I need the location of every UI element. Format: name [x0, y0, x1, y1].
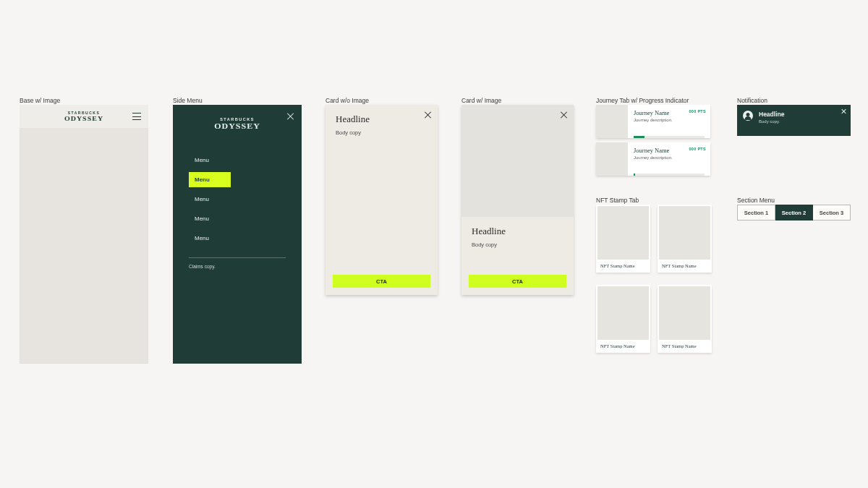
nft-stamp-image	[597, 286, 649, 340]
nft-stamp-card[interactable]: NFT Stamp Name	[658, 285, 712, 353]
close-icon	[286, 112, 294, 121]
journey-thumbnail	[596, 105, 628, 138]
topbar: STARBUCKS ODYSSEY	[20, 105, 148, 128]
menu-item-active[interactable]: Menu	[189, 172, 231, 187]
nft-stamp-image	[597, 206, 649, 260]
journey-points: 000 PTS	[689, 147, 706, 151]
label-card-noimg: Card w/o Image	[326, 97, 369, 104]
card-body: Headline Body copy	[461, 217, 574, 275]
label-sidemenu: Side Menu	[173, 97, 203, 104]
menu-divider	[189, 257, 286, 258]
nft-stamp-name: NFT Stamp Name	[596, 260, 650, 273]
journey-desc: Journey description.	[634, 155, 705, 160]
progress-fill	[634, 174, 635, 176]
brand-logo: STARBUCKS ODYSSEY	[173, 118, 302, 131]
journey-desc: Journey description.	[634, 118, 705, 122]
brand-logo: STARBUCKS ODYSSEY	[64, 111, 103, 122]
journey-body: Journey Name Journey description. 000 PT…	[628, 142, 710, 176]
section-tab-2[interactable]: Section 2	[775, 205, 813, 221]
notification-toast: Headline Body copy.	[737, 105, 851, 136]
progress-track	[634, 136, 705, 138]
notification-headline: Headline	[759, 111, 784, 118]
menu-item[interactable]: Menu	[189, 211, 286, 226]
nft-stamp-card[interactable]: NFT Stamp Name	[658, 205, 712, 273]
close-icon	[841, 108, 846, 114]
label-nft: NFT Stamp Tab	[596, 197, 639, 204]
journey-thumbnail	[596, 142, 628, 176]
journey-points: 000 PTS	[689, 109, 706, 114]
card-with-image: Headline Body copy CTA	[461, 105, 574, 295]
menu-item[interactable]: Menu	[189, 231, 286, 246]
cta-button[interactable]: CTA	[469, 275, 566, 288]
label-section-menu: Section Menu	[737, 197, 775, 204]
cta-button[interactable]: CTA	[333, 275, 430, 288]
frame-base: STARBUCKS ODYSSEY	[20, 105, 148, 364]
nft-stamp-name: NFT Stamp Name	[658, 260, 712, 273]
user-avatar-icon	[743, 111, 753, 121]
nft-stamp-image	[659, 206, 710, 260]
notification-body: Body copy.	[759, 119, 784, 124]
label-notification: Notification	[737, 97, 767, 104]
label-journey: Journey Tab w/ Progress Indicator	[596, 97, 689, 104]
menu-item[interactable]: Menu	[189, 192, 286, 207]
close-button[interactable]	[286, 112, 294, 121]
brand-bottom: ODYSSEY	[214, 122, 260, 129]
brand-bottom: ODYSSEY	[64, 115, 103, 121]
journey-tab[interactable]: Journey Name Journey description. 000 PT…	[596, 105, 710, 138]
close-button[interactable]	[559, 111, 568, 119]
card-body: Headline Body copy	[326, 105, 438, 275]
label-base: Base w/ Image	[20, 97, 60, 104]
brand-top: STARBUCKS	[220, 118, 255, 122]
section-menu: Section 1 Section 2 Section 3	[737, 205, 851, 221]
card-headline: Headline	[472, 226, 563, 237]
journey-tab[interactable]: Journey Name Journey description. 000 PT…	[596, 142, 710, 176]
progress-fill	[634, 136, 644, 138]
nft-stamp-card[interactable]: NFT Stamp Name	[596, 285, 650, 353]
card-copy: Body copy	[336, 129, 427, 136]
card-copy: Body copy	[472, 241, 563, 248]
menu-item[interactable]: Menu	[189, 153, 286, 168]
journey-body: Journey Name Journey description. 000 PT…	[628, 105, 710, 138]
hamburger-icon[interactable]	[132, 113, 141, 120]
nft-stamp-image	[659, 286, 710, 340]
menu-claims: Claims copy.	[173, 264, 302, 269]
nft-stamp-name: NFT Stamp Name	[596, 340, 650, 353]
close-button[interactable]	[423, 111, 432, 119]
card-without-image: Headline Body copy CTA	[326, 105, 438, 295]
brand-top: STARBUCKS	[68, 111, 101, 115]
close-icon	[423, 111, 432, 119]
close-button[interactable]	[841, 108, 846, 114]
close-icon	[559, 111, 568, 119]
label-card-img: Card w/ Image	[461, 97, 501, 104]
frame-sidemenu: STARBUCKS ODYSSEY Menu Menu Menu Menu Me…	[173, 105, 302, 364]
progress-track	[634, 174, 705, 176]
card-headline: Headline	[336, 114, 427, 125]
section-tab-3[interactable]: Section 3	[813, 205, 851, 221]
card-hero-image	[461, 105, 574, 217]
nft-stamp-card[interactable]: NFT Stamp Name	[596, 205, 650, 273]
menu-list: Menu Menu Menu Menu Menu	[173, 153, 302, 246]
section-tab-1[interactable]: Section 1	[737, 205, 775, 221]
notification-text: Headline Body copy.	[759, 111, 784, 124]
nft-stamp-name: NFT Stamp Name	[658, 340, 712, 353]
